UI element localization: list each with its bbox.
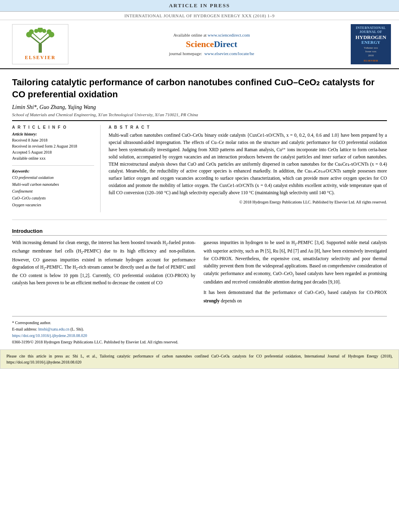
elsevier-logo-box: ELSEVIER <box>12 24 68 64</box>
cover-elsevier-small: ELSEVIER <box>364 59 378 62</box>
introduction-two-col: With increasing demand for clean energy,… <box>12 239 387 308</box>
intro-left-para: With increasing demand for clean energy,… <box>12 239 195 286</box>
paper-title-section: Tailoring catalytic performance of carbo… <box>12 76 387 100</box>
intro-right-para-1: gaseous impurities in hydrogen to be use… <box>204 239 387 286</box>
footer-cite-text: Please cite this article in press as: Sh… <box>6 354 393 364</box>
email-name: (L. Shi). <box>70 327 84 331</box>
sciencedirect-logo: ScienceDirect <box>186 39 237 49</box>
middle-header: Available online at www.sciencedirect.co… <box>76 24 347 64</box>
main-content: Tailoring catalytic performance of carbo… <box>0 76 399 345</box>
history-label: Article history: <box>12 132 94 136</box>
svg-point-7 <box>29 29 34 34</box>
svg-point-9 <box>37 28 43 33</box>
intro-left-col: With increasing demand for clean energy,… <box>12 239 195 308</box>
intro-right-col: gaseous impurities in hydrogen to be use… <box>204 239 387 308</box>
email-address[interactable]: lmshi@xatu.edu.cn <box>38 327 70 331</box>
authors-line: Limin Shi*, Guo Zhang, Yujing Wang <box>12 104 387 111</box>
abstract-body-divider <box>12 220 387 220</box>
introduction-title: Introduction <box>12 228 387 236</box>
article-info-col: A R T I C L E I N F O Article history: R… <box>12 125 101 212</box>
keyword-1: CO preferential oxidation <box>12 174 94 181</box>
body-content: Introduction With increasing demand for … <box>12 228 387 308</box>
cover-title-hydrogen: HYDROGEN <box>356 35 387 40</box>
journal-ref-line: INTERNATIONAL JOURNAL OF HYDROGEN ENERGY… <box>0 12 399 20</box>
journal-cover-thumbnail: INTERNATIONAL JOURNAL OF HYDROGEN ENERGY… <box>351 24 391 64</box>
keywords-label: Keywords: <box>12 169 94 173</box>
abstract-header: A B S T R A C T <box>109 125 387 129</box>
svg-rect-0 <box>39 44 42 53</box>
available-date: Available online xxx <box>12 155 94 161</box>
elsevier-tree-icon <box>20 28 60 54</box>
doi-line: https://doi.org/10.1016/j.ijhydene.2018.… <box>12 333 387 339</box>
email-line: E-mail address: lmshi@xatu.edu.cn (L. Sh… <box>12 326 387 333</box>
keyword-4: CuO–CeO₂ catalysts <box>12 195 94 201</box>
title-divider <box>12 120 387 121</box>
doi-link[interactable]: https://doi.org/10.1016/j.ijhydene.2018.… <box>12 333 87 338</box>
cover-lines: Volume xxxIssue xxx2018 <box>364 46 378 58</box>
abstract-col: A B S T R A C T Multi-wall carbon nanotu… <box>109 125 387 212</box>
available-online-text: Available online at www.sciencedirect.co… <box>173 33 250 37</box>
abstract-text: Multi-wall carbon nanotubes confined CuO… <box>109 132 387 196</box>
corresponding-note: * Corresponding author. <box>12 320 387 326</box>
cover-title-energy: ENERGY <box>361 40 380 45</box>
footnote-area: * Corresponding author. E-mail address: … <box>12 316 387 345</box>
info-divider <box>12 165 94 166</box>
article-info-header: A R T I C L E I N F O <box>12 125 94 129</box>
elsevier-logo-area: ELSEVIER <box>8 24 72 64</box>
keyword-3: Confinement <box>12 188 94 195</box>
direct-part: Direct <box>214 39 237 49</box>
science-part: Science <box>186 39 214 49</box>
email-label: E-mail address: <box>12 327 37 331</box>
sciencedirect-url[interactable]: www.sciencedirect.com <box>208 33 250 37</box>
svg-point-10 <box>34 29 38 33</box>
top-header: ELSEVIER Available online at www.science… <box>0 20 399 69</box>
article-in-press-banner: ARTICLE IN PRESS <box>0 0 399 12</box>
rights-line: 0360-3199/© 2018 Hydrogen Energy Publica… <box>12 339 387 345</box>
strongly-text: strongly <box>204 298 220 303</box>
page-footer: Please cite this article in press as: Sh… <box>0 349 399 369</box>
journal-homepage-url[interactable]: www.elsevier.com/locate/he <box>204 51 254 56</box>
revised-date: Received in revised form 2 August 2018 <box>12 143 94 149</box>
cover-title-top: INTERNATIONAL JOURNAL OF <box>352 26 389 35</box>
elsevier-wordmark: ELSEVIER <box>25 55 56 61</box>
keyword-2: Multi-wall carbon nanotubes <box>12 181 94 188</box>
article-history-group: Article history: Received 8 June 2018 Re… <box>12 132 94 161</box>
article-info-abstract-cols: A R T I C L E I N F O Article history: R… <box>12 125 387 212</box>
svg-line-2 <box>40 36 50 44</box>
keyword-5: Oxygen vacancies <box>12 201 94 208</box>
intro-right-para-2: It has been demonstrated that the perfor… <box>204 289 387 304</box>
journal-homepage-line: journal homepage: www.elsevier.com/locat… <box>169 51 254 56</box>
paper-title: Tailoring catalytic performance of carbo… <box>12 76 387 100</box>
journal-homepage-label: journal homepage: <box>169 51 202 56</box>
keywords-list: CO preferential oxidation Multi-wall car… <box>12 174 94 208</box>
abstract-copyright: © 2018 Hydrogen Energy Publications LLC.… <box>109 200 387 204</box>
affiliation-line: School of Materials and Chemical Enginee… <box>12 112 387 117</box>
svg-line-1 <box>30 36 40 44</box>
received-date: Received 8 June 2018 <box>12 137 94 143</box>
keywords-group: Keywords: CO preferential oxidation Mult… <box>12 169 94 208</box>
svg-point-11 <box>42 29 46 33</box>
accepted-date: Accepted 5 August 2018 <box>12 149 94 155</box>
svg-point-8 <box>47 29 51 34</box>
